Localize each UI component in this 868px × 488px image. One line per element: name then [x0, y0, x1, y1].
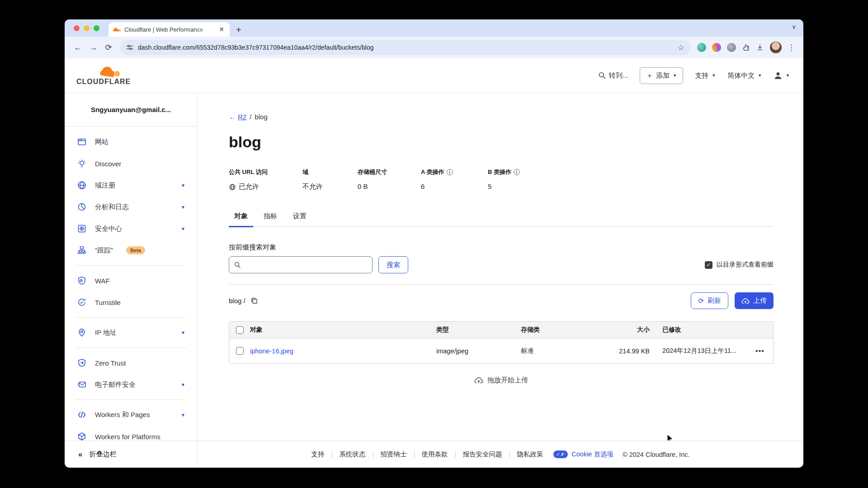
row-menu-icon[interactable]: •••: [755, 347, 764, 355]
checkbox-checked-icon[interactable]: ✓: [705, 261, 712, 269]
sidebar-item-turnstile[interactable]: Turnstile: [65, 291, 197, 313]
cloud-upload-icon: [474, 377, 483, 384]
main-content: ← R2 / blog blog 公共 URL 访问 已允许: [198, 93, 803, 441]
upload-button[interactable]: 上传: [735, 292, 774, 309]
add-button[interactable]: ＋ 添加 ▼: [640, 67, 683, 84]
sidebar-item-ip-addresses[interactable]: IP 地址 ▼: [65, 322, 197, 343]
sidebar-item-workers-for-platforms[interactable]: Workers for Platforms: [65, 426, 197, 441]
shield-arrow-icon: [77, 358, 86, 367]
close-window-button[interactable]: [74, 25, 80, 31]
footer: 支持 系统状态 招贤纳士 使用条款 报告安全问题 隐私政策 ✓✗ Cookie …: [198, 441, 803, 468]
sidebar-item-security-center[interactable]: 安全中心 ▼: [65, 218, 197, 239]
chevron-down-icon: ▼: [758, 73, 762, 78]
footer-link-cookie-preferences[interactable]: Cookie 首选项: [571, 450, 613, 459]
sidebar-item-analytics[interactable]: 分析和日志 ▼: [65, 196, 197, 218]
prefix-search-input[interactable]: [229, 256, 373, 273]
new-tab-button[interactable]: +: [236, 25, 241, 34]
footer-link-terms[interactable]: 使用条款: [422, 450, 448, 459]
table-row[interactable]: iphone-16.jpeg image/jpeg 标准 214.99 KB 2…: [229, 338, 773, 363]
search-icon: [599, 72, 606, 79]
browser-tab[interactable]: Cloudflare | Web Performance ✕: [108, 22, 230, 37]
support-menu[interactable]: 支持 ▼: [695, 71, 716, 80]
select-all-checkbox[interactable]: [236, 326, 244, 334]
objects-table: 对象 类型 存储类 大小 已修改 iphone-16.jpeg image/jp…: [229, 321, 774, 364]
sidebar-item-email-security[interactable]: 电子邮件安全 ▼: [65, 374, 197, 395]
chevron-down-icon: ▼: [181, 183, 185, 188]
object-storage-class: 标准: [521, 347, 593, 355]
site-settings-icon[interactable]: [126, 44, 133, 51]
extension-icon[interactable]: [712, 43, 721, 52]
sidebar-item-workers-pages[interactable]: Workers 和 Pages ▼: [65, 404, 197, 426]
tab-close-icon[interactable]: ✕: [218, 26, 225, 33]
browser-menu-icon[interactable]: ⋮: [788, 43, 795, 52]
url-text[interactable]: dash.cloudflare.com/65532d78c93b3e37c973…: [138, 44, 673, 51]
cloud-upload-icon: [741, 298, 750, 304]
shield-gear-icon: [77, 276, 86, 285]
back-icon[interactable]: ←: [70, 43, 85, 52]
collapse-sidebar-button[interactable]: « 折叠边栏: [65, 441, 197, 468]
object-link[interactable]: iphone-16.jpeg: [250, 347, 293, 355]
bucket-tabs: 对象 指标 设置: [229, 212, 774, 227]
sidebar-item-waf[interactable]: WAF: [65, 270, 197, 291]
view-prefixes-toggle[interactable]: ✓ 以目录形式查看前缀: [705, 261, 774, 269]
search-icon: [234, 262, 241, 268]
footer-link-privacy[interactable]: 隐私政策: [517, 450, 543, 459]
chevron-down-icon: ▼: [673, 73, 677, 78]
footer-link-careers[interactable]: 招贤纳士: [381, 450, 407, 459]
extension-icon[interactable]: [697, 43, 706, 52]
extensions-puzzle-icon[interactable]: [742, 43, 750, 52]
tab-metrics[interactable]: 指标: [258, 212, 283, 226]
app-header: CLOUDFLARE 转到... ＋ 添加 ▼ 支持 ▼ 简体中文 ▼ ▼: [65, 58, 803, 93]
minimize-window-button[interactable]: [84, 25, 90, 31]
breadcrumb: ← R2 / blog: [229, 113, 774, 121]
language-menu[interactable]: 简体中文 ▼: [727, 71, 762, 80]
cloudflare-logo[interactable]: CLOUDFLARE: [76, 66, 131, 85]
info-icon[interactable]: i: [514, 169, 520, 175]
info-icon[interactable]: i: [447, 169, 453, 175]
person-icon: [774, 71, 783, 80]
plus-icon: ＋: [646, 71, 653, 80]
sidebar-item-discover[interactable]: Discover: [65, 153, 197, 174]
global-search[interactable]: 转到...: [599, 71, 628, 80]
footer-link-support[interactable]: 支持: [311, 450, 325, 459]
traffic-lights: [74, 25, 99, 31]
url-bar[interactable]: dash.cloudflare.com/65532d78c93b3e37c973…: [120, 40, 691, 55]
sidebar-item-websites[interactable]: 网站: [65, 131, 197, 153]
chevron-down-icon: ▼: [181, 205, 185, 210]
refresh-button[interactable]: ⟳ 刷新: [691, 292, 728, 309]
footer-link-system-status[interactable]: 系统状态: [340, 450, 366, 459]
row-checkbox[interactable]: [236, 347, 244, 355]
current-prefix: blog /: [229, 297, 245, 305]
code-brackets-icon: [77, 410, 86, 419]
extension-icon[interactable]: [727, 43, 736, 52]
mouse-cursor: [667, 434, 675, 441]
reload-icon[interactable]: ⟳: [101, 42, 116, 52]
tab-search-icon[interactable]: ∨: [792, 23, 796, 30]
chevron-down-icon: ▼: [712, 73, 716, 78]
cloudflare-favicon-icon: [113, 27, 121, 32]
arrow-left-icon: ←: [229, 113, 236, 121]
toolbar-extensions: ⋮: [694, 42, 798, 53]
sidebar-item-zero-trust[interactable]: Zero Trust: [65, 352, 197, 374]
profile-avatar[interactable]: [770, 42, 782, 53]
org-chart-icon: [77, 246, 86, 255]
forward-icon[interactable]: →: [85, 43, 101, 52]
account-name[interactable]: Sngyuanyuan@gmail.c...: [65, 93, 197, 127]
footer-link-report-security[interactable]: 报告安全问题: [463, 450, 502, 459]
tab-objects[interactable]: 对象: [229, 212, 253, 226]
bucket-size-value: 0 B: [358, 183, 368, 190]
cookie-consent-icon: ✓✗: [553, 450, 568, 458]
account-menu[interactable]: ▼: [774, 71, 790, 80]
bookmark-star-icon[interactable]: ☆: [678, 43, 684, 52]
sidebar-divider: [75, 317, 186, 318]
sidebar-item-trace[interactable]: “跟踪” Beta: [65, 239, 197, 261]
vault-icon: [77, 224, 86, 233]
search-button[interactable]: 搜索: [378, 256, 408, 273]
browser-toolbar: ← → ⟳ dash.cloudflare.com/65532d78c93b3e…: [65, 37, 803, 58]
tab-settings[interactable]: 设置: [288, 212, 312, 226]
copy-icon[interactable]: [250, 297, 258, 305]
sidebar-item-domains[interactable]: 域注册 ▼: [65, 174, 197, 196]
download-icon[interactable]: [756, 43, 764, 52]
breadcrumb-back-link[interactable]: ← R2: [229, 113, 246, 121]
maximize-window-button[interactable]: [94, 25, 99, 31]
